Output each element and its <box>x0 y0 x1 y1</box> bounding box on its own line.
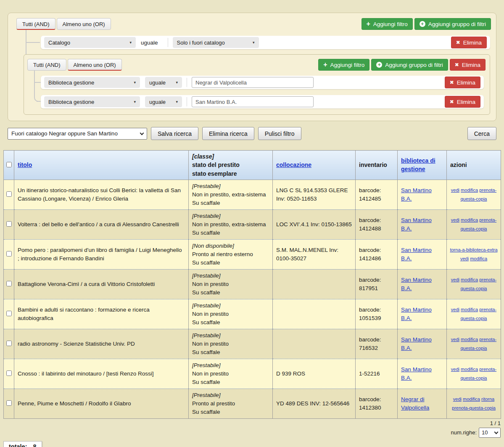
biblioteca-link[interactable]: San Martino B.A. <box>401 307 432 321</box>
field-select-value: Biblioteca gestione <box>48 99 94 105</box>
value-select-value: Solo i fuori catalogo <box>177 40 225 46</box>
action-link[interactable]: modifica <box>461 217 478 222</box>
saved-search-select[interactable]: Fuori catalogo Negrar oppure San Martino <box>8 128 147 140</box>
stato-cell: [Prestabile] Non in prestito Su scaffale <box>189 299 273 329</box>
row-checkbox[interactable] <box>6 191 12 197</box>
inventario-cell: barcode: 817951 <box>356 269 398 299</box>
collocazione-cell: YD 489 DES INV: 12-565646 <box>273 389 356 418</box>
delete-filter-button[interactable]: ✖ Elimina <box>451 37 487 48</box>
delete-search-button[interactable]: Elimina ricerca <box>202 127 254 140</box>
value-select[interactable]: Solo i fuori catalogo ▾ <box>173 37 259 48</box>
add-filter-button[interactable]: + Aggiungi filtro <box>362 18 413 30</box>
row-checkbox[interactable] <box>6 311 12 316</box>
caret-down-icon: ▾ <box>134 80 136 85</box>
action-link[interactable]: vedi <box>451 277 459 282</box>
azioni-cell: vedi modifica prenota-questa-copia <box>447 359 501 389</box>
biblioteca-cell: San Martino B.A. <box>398 180 447 209</box>
sort-biblioteca-link[interactable]: biblioteca di gestione <box>401 157 435 172</box>
delete-group-button[interactable]: ✖ Elimina <box>450 59 486 71</box>
save-search-button[interactable]: Salva ricerca <box>151 127 198 140</box>
biblioteca-link[interactable]: San Martino B.A. <box>401 247 432 262</box>
tree-connector <box>34 71 39 102</box>
tab-tutti-and[interactable]: Tutti (AND) <box>27 59 66 71</box>
action-link[interactable]: modifica <box>461 367 478 372</box>
tab-almeno-uno-or[interactable]: Almeno uno (OR) <box>68 59 122 71</box>
collocazione-cell: LNG C SL 914.5353 GLERE Inv: 0520-11653 <box>273 180 356 209</box>
filter-value-input[interactable] <box>192 96 314 107</box>
action-link[interactable]: ritorna <box>481 397 494 402</box>
tab-almeno-uno-or[interactable]: Almeno uno (OR) <box>57 18 111 30</box>
row-checkbox[interactable] <box>6 400 12 406</box>
action-link[interactable]: vedi <box>451 337 459 342</box>
collocazione-cell <box>273 269 356 299</box>
biblioteca-link[interactable]: San Martino B.A. <box>401 187 432 202</box>
rows-per-page-select[interactable]: 10 <box>479 428 501 438</box>
row-checkbox[interactable] <box>6 341 12 346</box>
total-box: totale:8 <box>3 441 42 447</box>
row-checkbox[interactable] <box>6 251 12 257</box>
filter-value-input[interactable] <box>192 77 314 88</box>
action-link[interactable]: vedi <box>451 307 459 312</box>
table-row: Pomo pero : paralipomeni d'un libro di f… <box>4 239 501 269</box>
delete-filter-button[interactable]: ✖ Elimina <box>445 77 480 88</box>
biblioteca-link[interactable]: San Martino B.A. <box>401 217 432 232</box>
filter-subgroup: Tutti (AND) Almeno uno (OR) + Aggiungi f… <box>24 54 490 115</box>
operator-select[interactable]: uguale ▾ <box>145 77 182 88</box>
table-row: Un itinerario storico-naturalistico sui … <box>4 180 501 209</box>
action-link[interactable]: vedi <box>451 188 459 193</box>
titolo-cell: Penne, Piume e Moschetti / Rodolfo il Gl… <box>14 389 189 418</box>
operator-label: uguale <box>141 40 158 46</box>
field-select[interactable]: Biblioteca gestione ▾ <box>44 96 140 107</box>
delete-filter-label: Elimina <box>463 40 482 46</box>
biblioteca-link[interactable]: San Martino B.A. <box>401 277 432 291</box>
sort-collocazione-link[interactable]: collocazione <box>276 161 311 168</box>
action-link[interactable]: vedi <box>451 367 459 372</box>
azioni-cell: vedi modifica prenota-questa-copia <box>447 299 501 329</box>
biblioteca-cell: San Martino B.A. <box>398 299 447 329</box>
operator-select[interactable]: uguale ▾ <box>145 96 182 107</box>
titolo-cell: radio astronomy - Scienze Statistiche Un… <box>14 329 189 359</box>
row-checkbox[interactable] <box>6 221 12 227</box>
biblioteca-link[interactable]: San Martino B.A. <box>401 336 432 351</box>
add-filter-group-button[interactable]: + Aggiungi gruppo di filtri <box>371 59 448 71</box>
biblioteca-link[interactable]: Negrar di Valpolicella <box>401 396 429 411</box>
delete-filter-button[interactable]: ✖ Elimina <box>445 96 480 108</box>
filter-builder-panel: Tutti (AND) Almeno uno (OR) + Aggiungi f… <box>8 13 496 121</box>
field-select[interactable]: Biblioteca gestione ▾ <box>44 77 140 88</box>
biblioteca-cell: Negrar di Valpolicella <box>398 389 447 418</box>
biblioteca-link[interactable]: San Martino B.A. <box>401 366 432 381</box>
action-link[interactable]: torna-a-biblioteca-extra <box>450 247 497 252</box>
action-link[interactable]: modifica <box>470 256 487 261</box>
action-link[interactable]: vedi <box>451 217 459 222</box>
add-filter-label: Aggiungi filtro <box>330 62 365 68</box>
tab-tutti-and[interactable]: Tutti (AND) <box>16 18 55 30</box>
titolo-cell: Bambini e adulti si raccontano : formazi… <box>14 299 189 329</box>
header-stato-esemplare: stato esemplare <box>192 169 269 178</box>
stato-cell: [Non disponibile] Pronto al rientro este… <box>189 239 273 269</box>
select-all-checkbox[interactable] <box>6 162 12 167</box>
action-link[interactable]: modifica <box>463 397 480 402</box>
search-button[interactable]: Cerca <box>467 127 496 140</box>
action-link[interactable]: modifica <box>461 337 478 342</box>
field-select-value: Biblioteca gestione <box>48 79 94 86</box>
x-icon: ✖ <box>455 62 459 68</box>
field-select-value: Catalogo <box>48 40 70 46</box>
action-link[interactable]: vedi <box>460 256 469 261</box>
chevron-down-icon <box>494 430 499 434</box>
biblioteca-cell: San Martino B.A. <box>398 239 447 269</box>
action-link[interactable]: prenota-questa-copia <box>452 405 496 410</box>
add-filter-group-button[interactable]: + Aggiungi gruppo di filtri <box>414 18 491 30</box>
field-select[interactable]: Catalogo ▾ <box>44 37 136 48</box>
delete-filter-label: Elimina <box>457 99 475 105</box>
clear-filter-button[interactable]: Pulisci filtro <box>258 127 301 140</box>
row-checkbox[interactable] <box>6 370 12 376</box>
row-checkbox[interactable] <box>6 281 12 286</box>
biblioteca-cell: San Martino B.A. <box>398 329 447 359</box>
filter-rule-catalogo: Catalogo ▾ uguale Solo i fuori catalogo … <box>41 36 490 49</box>
action-link[interactable]: vedi <box>453 397 462 402</box>
action-link[interactable]: modifica <box>461 188 478 193</box>
add-filter-button[interactable]: + Aggiungi filtro <box>318 59 369 71</box>
sort-titolo-link[interactable]: titolo <box>18 161 32 168</box>
action-link[interactable]: modifica <box>461 277 478 282</box>
action-link[interactable]: modifica <box>461 307 478 312</box>
